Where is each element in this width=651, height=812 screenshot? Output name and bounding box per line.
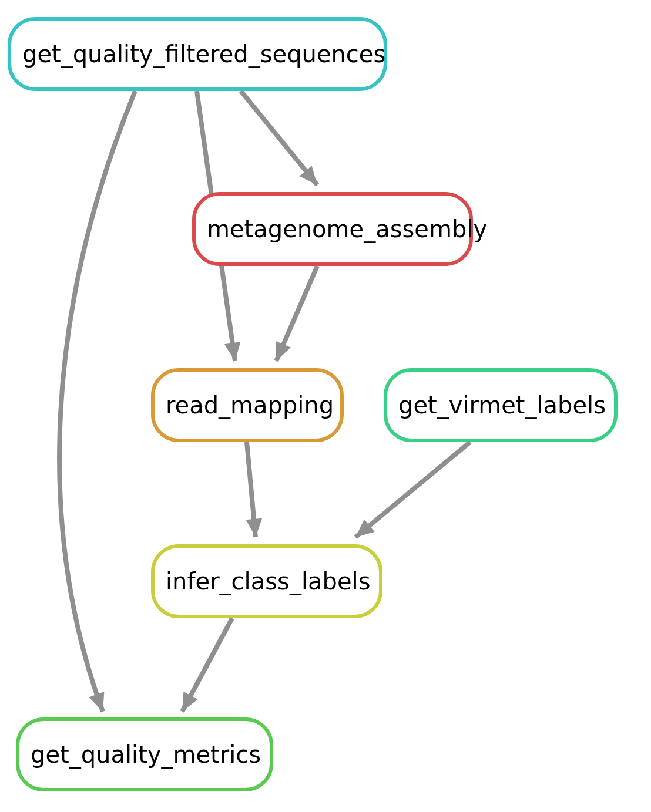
node-label: infer_class_labels xyxy=(166,568,370,595)
node-n1: get_quality_filtered_sequences xyxy=(9,19,385,89)
edge-n1-n6 xyxy=(59,91,135,712)
arrowhead-icon xyxy=(89,692,104,712)
edge-n5-n6 xyxy=(182,618,232,712)
node-label: get_quality_metrics xyxy=(31,741,261,769)
node-n6: get_quality_metrics xyxy=(18,719,271,790)
workflow-diagram: get_quality_filtered_sequencesmetagenome… xyxy=(0,0,651,812)
node-n5: infer_class_labels xyxy=(153,546,381,616)
node-label: get_quality_filtered_sequences xyxy=(22,41,385,68)
edge-n3-n5 xyxy=(246,442,263,537)
edge-n2-n3 xyxy=(276,266,317,361)
edge-n1-n2 xyxy=(241,91,317,185)
node-n3: read_mapping xyxy=(153,370,342,440)
edge-n4-n5 xyxy=(355,442,470,537)
node-n2: metagenome_assembly xyxy=(194,194,487,264)
node-n4: get_virmet_labels xyxy=(385,370,616,440)
node-label: get_virmet_labels xyxy=(398,392,606,419)
node-label: metagenome_assembly xyxy=(207,215,487,243)
node-label: read_mapping xyxy=(166,392,334,419)
